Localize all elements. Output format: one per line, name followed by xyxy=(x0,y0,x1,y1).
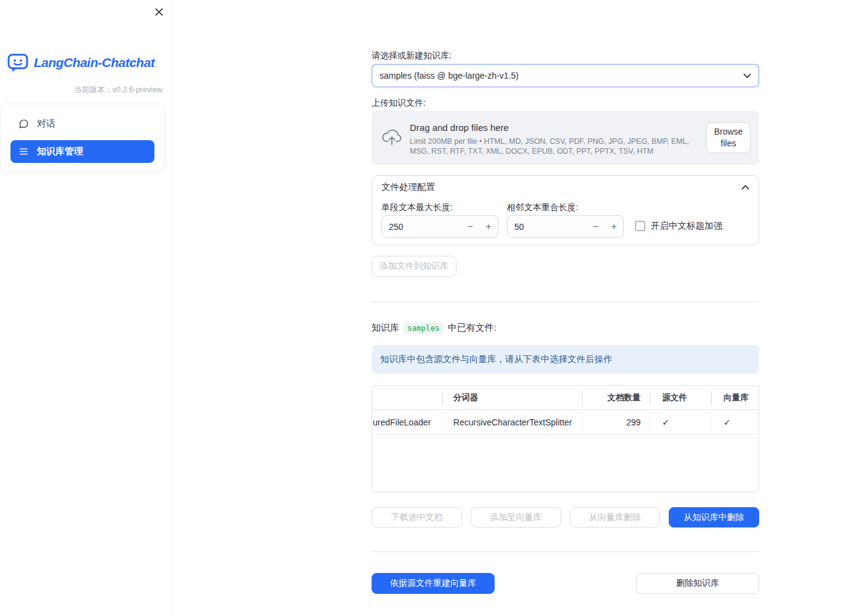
download-selected-button[interactable]: 下载选中文档 xyxy=(372,507,462,527)
add-to-vector-store-button[interactable]: 添加至向量库 xyxy=(471,507,561,527)
kb-select-label: 请选择或新建知识库: xyxy=(372,50,452,61)
overlap-size-input[interactable]: 50 − + xyxy=(507,215,624,238)
close-icon xyxy=(154,7,164,17)
kb-files-heading: 知识库 samples 中已有文件: xyxy=(372,322,496,334)
app-logo-text: LangChain-Chatchat xyxy=(34,55,154,70)
sidebar-menu: 对话 知识库管理 xyxy=(1,105,164,171)
add-files-button[interactable]: 添加文件到知识库 xyxy=(372,256,456,277)
expander-title: 文件处理配置 xyxy=(381,181,741,193)
checkbox-box[interactable] xyxy=(635,221,645,231)
table-header-row: 分词器 文档数量 源文件 向量库 xyxy=(372,386,759,410)
sidebar-item-knowledge-base[interactable]: 知识库管理 xyxy=(10,140,154,163)
chevron-up-icon xyxy=(741,184,749,190)
cloud-upload-icon xyxy=(381,128,402,146)
divider xyxy=(372,302,759,302)
kb-selectbox[interactable]: samples (faiss @ bge-large-zh-v1.5) xyxy=(372,64,759,87)
table-header-cell: 文档数量 xyxy=(583,391,650,405)
chunk-size-input[interactable]: 250 − + xyxy=(381,215,498,238)
info-banner-text: 知识库中包含源文件与向量库，请从下表中选择文件后操作 xyxy=(380,353,612,365)
sidebar-item-label: 知识库管理 xyxy=(37,146,83,157)
table-header-cell: 分词器 xyxy=(443,391,583,405)
checkbox-label: 开启中文标题加强 xyxy=(651,220,722,232)
sidebar: LangChain-Chatchat 当前版本：v0.2.6-preview 对… xyxy=(0,0,172,616)
table-row[interactable]: uredFileLoader RecursiveCharacterTextSpl… xyxy=(372,410,759,435)
delete-kb-button[interactable]: 删除知识库 xyxy=(636,573,759,594)
knowledge-base-icon xyxy=(18,146,29,157)
kb-files-prefix: 知识库 xyxy=(372,322,399,334)
version-value: v0.2.6-preview xyxy=(113,85,162,94)
expander-header[interactable]: 文件处理配置 xyxy=(372,176,759,199)
table-header-cell: 向量库 xyxy=(712,392,759,403)
rebuild-vector-store-button[interactable]: 依据源文件重建向量库 xyxy=(372,573,495,594)
table-header-cell: 源文件 xyxy=(650,391,712,405)
kb-files-suffix: 中已有文件: xyxy=(448,322,496,334)
logo-chat-icon xyxy=(7,52,29,73)
chat-icon xyxy=(18,119,29,129)
zh-title-enhance-checkbox[interactable]: 开启中文标题加强 xyxy=(635,220,722,232)
info-banner: 知识库中包含源文件与向量库，请从下表中选择文件后操作 xyxy=(372,345,759,374)
table-cell-vector-check: ✓ xyxy=(712,417,759,427)
app-logo: LangChain-Chatchat xyxy=(7,52,154,73)
table-cell-loader: uredFileLoader xyxy=(372,414,443,430)
increment-button[interactable]: + xyxy=(605,216,623,237)
table-cell-source-check: ✓ xyxy=(650,414,712,430)
chevron-down-icon xyxy=(743,73,751,79)
decrement-button[interactable]: − xyxy=(586,216,605,237)
version-label: 当前版本： xyxy=(74,85,113,94)
sidebar-item-dialogue[interactable]: 对话 xyxy=(10,113,154,135)
file-uploader-dropzone[interactable]: Drag and drop files here Limit 200MB per… xyxy=(372,111,759,165)
dropzone-hint: Limit 200MB per file • HTML, MD, JSON, C… xyxy=(410,136,704,156)
divider xyxy=(372,551,759,552)
main-content: 请选择或新建知识库: samples (faiss @ bge-large-zh… xyxy=(372,0,759,616)
delete-from-kb-button[interactable]: 从知识库中删除 xyxy=(669,507,759,527)
table-cell-doc-count: 299 xyxy=(583,414,650,430)
browse-files-button[interactable]: Browse files xyxy=(706,122,751,153)
chunk-size-label: 单段文本最大长度: xyxy=(381,202,453,213)
overlap-size-label: 相邻文本重合长度: xyxy=(507,202,578,213)
kb-selectbox-value: samples (faiss @ bge-large-zh-v1.5) xyxy=(380,71,743,81)
sidebar-close-button[interactable] xyxy=(152,5,165,18)
chunk-size-value[interactable]: 250 xyxy=(382,222,461,232)
delete-from-vector-store-button[interactable]: 从向量库删除 xyxy=(570,507,660,527)
increment-button[interactable]: + xyxy=(479,216,498,237)
decrement-button[interactable]: − xyxy=(461,216,479,237)
sidebar-item-label: 对话 xyxy=(37,118,55,130)
files-table: 分词器 文档数量 源文件 向量库 uredFileLoader Recursiv… xyxy=(372,385,759,492)
table-header-cell xyxy=(372,391,443,405)
kb-name-code: samples xyxy=(404,322,444,334)
file-config-expander: 文件处理配置 单段文本最大长度: 250 − + 相邻文本重合长度: 50 − … xyxy=(372,175,759,245)
version-text: 当前版本：v0.2.6-preview xyxy=(74,85,162,95)
upload-label: 上传知识文件: xyxy=(372,98,426,109)
overlap-size-value[interactable]: 50 xyxy=(508,222,586,232)
table-cell-splitter: RecursiveCharacterTextSplitter xyxy=(443,414,583,430)
dropzone-title: Drag and drop files here xyxy=(410,122,509,133)
